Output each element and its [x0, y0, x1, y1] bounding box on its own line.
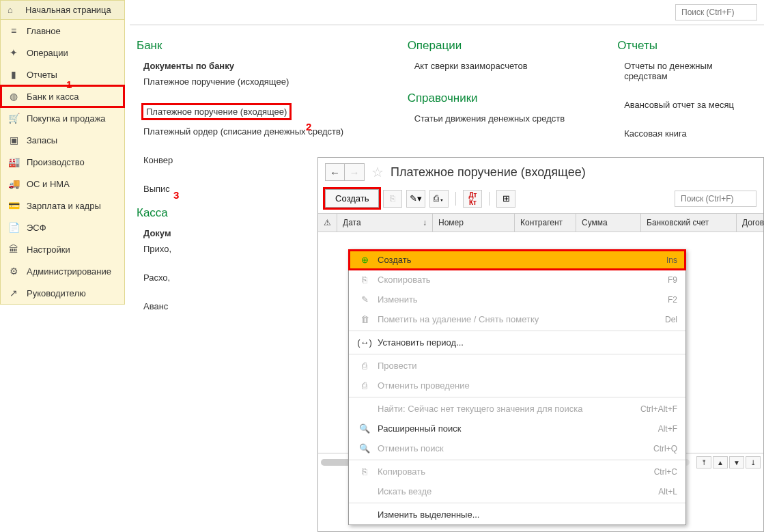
- section-title-bank: Банк: [137, 39, 367, 53]
- sidebar-item-assets[interactable]: 🚚 ОС и НМА: [1, 173, 124, 195]
- sidebar-item-label: Настройки: [27, 244, 70, 255]
- sidebar-item-label: Главное: [27, 26, 61, 36]
- menu-mark-delete: 🗑 Пометить на удаление / Снять пометку D…: [349, 309, 685, 329]
- separator: [455, 192, 456, 206]
- menu-unpost: ⎙ Отменить проведение: [349, 376, 685, 395]
- top-bar: [130, 0, 764, 25]
- forward-button[interactable]: →: [345, 164, 364, 180]
- edit-button[interactable]: ✎▾: [406, 190, 425, 208]
- plus-icon: ⊕: [357, 255, 372, 265]
- th-contragent[interactable]: Контрагент: [515, 214, 576, 232]
- annotation-1: 1: [66, 79, 72, 90]
- pencil-icon: ✎: [357, 294, 372, 305]
- doc-search-input[interactable]: [675, 191, 756, 207]
- sidebar-item-purchase[interactable]: 🛒 Покупка и продажа: [1, 107, 124, 129]
- sidebar-item-label: ЭСФ: [27, 223, 46, 233]
- sidebar-item-label: Зарплата и кадры: [27, 201, 101, 211]
- cart-icon: 🛒: [8, 113, 20, 124]
- separator: [489, 192, 490, 206]
- box-icon: ▣: [8, 135, 20, 145]
- sidebar-item-reports[interactable]: ▮ Отчеты: [1, 64, 124, 85]
- link-payment-order[interactable]: Платежный ордер (списание денежных средс…: [143, 126, 367, 137]
- link-payment-incoming[interactable]: Платежное поручение (входящее): [143, 105, 289, 118]
- sidebar-header[interactable]: ⌂ Начальная страница: [1, 1, 124, 20]
- sort-desc-icon: ↓: [423, 218, 427, 227]
- sidebar-item-salary[interactable]: 💳 Зарплата и кадры: [1, 195, 124, 216]
- sidebar: ⌂ Начальная страница ≡ Главное ✦ Операци…: [0, 0, 125, 305]
- gear-icon: ⚙: [8, 266, 20, 277]
- th-warning[interactable]: ⚠: [318, 214, 337, 232]
- last-button[interactable]: ⤓: [746, 456, 761, 468]
- sidebar-item-stock[interactable]: ▣ Запасы: [1, 129, 124, 151]
- menu-copy: ⎘ Скопировать F9: [349, 270, 685, 290]
- section-title-operations: Операции: [408, 39, 577, 53]
- clipboard-icon: ⎘: [357, 466, 372, 477]
- link-cash-reports[interactable]: Отчеты по денежным средствам: [624, 61, 757, 81]
- building-icon: 🏛: [8, 244, 20, 255]
- menu-set-period[interactable]: (↔) Установить период...: [349, 333, 685, 352]
- sidebar-item-settings[interactable]: 🏛 Настройки: [1, 238, 124, 260]
- back-button[interactable]: ←: [326, 164, 345, 180]
- chart-icon: ▮: [8, 69, 20, 80]
- section-title-sprav: Справочники: [408, 92, 577, 105]
- menu-separator: [349, 354, 685, 354]
- menu-clipboard-copy: ⎘ Копировать Ctrl+C: [349, 462, 685, 481]
- trend-icon: ↗: [8, 288, 20, 298]
- link-advance-report[interactable]: Авансовый отчет за месяц: [624, 100, 757, 110]
- sidebar-item-esf[interactable]: 📄 ЭСФ: [1, 216, 124, 238]
- doc-toolbar: Создать ⎘ ✎▾ ⎙▾ ДтКт ⊞: [318, 186, 763, 213]
- favorite-icon[interactable]: ☆: [371, 164, 384, 180]
- menu-separator: [349, 503, 685, 503]
- dtk-button[interactable]: ДтКт: [463, 190, 482, 208]
- subsection-bank-docs: Документы по банку: [143, 61, 367, 71]
- menu-create[interactable]: ⊕ Создать Ins: [349, 250, 685, 270]
- menu-search-all: Искать везде Alt+L: [349, 481, 685, 501]
- menu-separator: [349, 397, 685, 397]
- search-input[interactable]: [675, 4, 757, 20]
- sidebar-item-label: Банк и касса: [27, 92, 79, 102]
- doc-icon: 📄: [8, 222, 20, 233]
- menu-icon: ≡: [8, 25, 20, 36]
- search-icon: 🔍: [357, 423, 372, 434]
- th-bank-account[interactable]: Банковский счет: [641, 214, 737, 232]
- sidebar-item-label: ОС и НМА: [27, 179, 70, 189]
- sidebar-item-production[interactable]: 🏭 Производство: [1, 151, 124, 173]
- menu-post: ⎙ Провести: [349, 356, 685, 376]
- link-cashflow-articles[interactable]: Статьи движения денежных средств: [414, 113, 577, 124]
- star-icon: ✦: [8, 47, 20, 58]
- first-button[interactable]: ⤒: [696, 456, 711, 468]
- menu-find: Найти: Сейчас нет текущего значения для …: [349, 399, 685, 419]
- sidebar-item-main[interactable]: ≡ Главное: [1, 20, 124, 42]
- table-header: ⚠ Дата↓ Номер Контрагент Сумма Банковски…: [318, 213, 763, 232]
- sidebar-item-admin[interactable]: ⚙ Администрирование: [1, 260, 124, 282]
- link-reconciliation[interactable]: Акт сверки взаиморасчетов: [414, 61, 577, 71]
- unpost-icon: ⎙: [357, 380, 372, 391]
- menu-edit-selected[interactable]: Изменить выделенные...: [349, 505, 685, 524]
- down-button[interactable]: ▼: [729, 456, 744, 468]
- copy-button[interactable]: ⎘: [383, 190, 402, 208]
- th-sum[interactable]: Сумма: [576, 214, 641, 232]
- sidebar-item-label: Запасы: [27, 135, 57, 145]
- period-icon: (↔): [357, 337, 372, 348]
- sidebar-item-label: Администрирование: [27, 266, 111, 277]
- card-icon: 💳: [8, 200, 20, 211]
- sidebar-header-label: Начальная страница: [25, 5, 111, 15]
- up-button[interactable]: ▲: [713, 456, 728, 468]
- post-icon: ⎙: [357, 361, 372, 371]
- link-payment-outgoing[interactable]: Платежное поручение (исходящее): [143, 76, 367, 87]
- th-number[interactable]: Номер: [433, 214, 515, 232]
- link-cashbook[interactable]: Кассовая книга: [624, 128, 757, 139]
- nav-end-group: ⤒ ▲ ▼ ⤓: [696, 456, 761, 468]
- cancel-search-icon: 🔍: [357, 443, 372, 453]
- context-menu: ⊕ Создать Ins ⎘ Скопировать F9 ✎ Изменит…: [348, 249, 686, 525]
- menu-cancel-search: 🔍 Отменить поиск Ctrl+Q: [349, 438, 685, 458]
- th-date[interactable]: Дата↓: [337, 214, 433, 232]
- th-contract[interactable]: Договор: [737, 214, 764, 232]
- create-button[interactable]: Создать: [325, 189, 379, 208]
- filter-button[interactable]: ⎙▾: [429, 190, 449, 208]
- sidebar-item-manager[interactable]: ↗ Руководителю: [1, 282, 124, 304]
- sidebar-item-bank[interactable]: ◍ Банк и касса: [1, 85, 124, 107]
- menu-advanced-search[interactable]: 🔍 Расширенный поиск Alt+F: [349, 419, 685, 438]
- export-button[interactable]: ⊞: [496, 190, 515, 208]
- sidebar-item-operations[interactable]: ✦ Операции: [1, 42, 124, 64]
